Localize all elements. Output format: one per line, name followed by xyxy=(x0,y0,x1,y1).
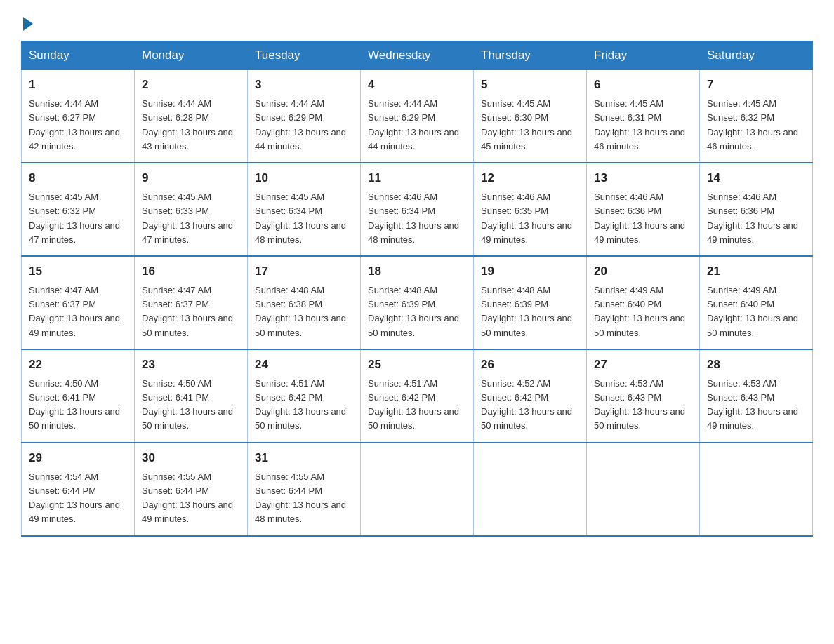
page-header xyxy=(21,14,813,28)
sunset-text: Sunset: 6:41 PM xyxy=(29,392,96,403)
calendar-cell: 8Sunrise: 4:45 AMSunset: 6:32 PMDaylight… xyxy=(22,163,135,256)
calendar-cell: 1Sunrise: 4:44 AMSunset: 6:27 PMDaylight… xyxy=(22,70,135,163)
sunrise-text: Sunrise: 4:48 AM xyxy=(368,285,437,295)
sunset-text: Sunset: 6:44 PM xyxy=(142,485,209,496)
day-number: 19 xyxy=(481,262,579,281)
sunrise-text: Sunrise: 4:53 AM xyxy=(594,378,663,389)
day-number: 12 xyxy=(481,169,579,187)
day-number: 29 xyxy=(29,449,127,467)
daylight-text: Daylight: 13 hours and 47 minutes. xyxy=(29,220,120,245)
calendar-cell: 27Sunrise: 4:53 AMSunset: 6:43 PMDayligh… xyxy=(587,349,700,443)
sunset-text: Sunset: 6:43 PM xyxy=(594,392,661,403)
day-number: 18 xyxy=(368,262,466,281)
daylight-text: Daylight: 13 hours and 50 minutes. xyxy=(142,406,233,431)
calendar-cell: 5Sunrise: 4:45 AMSunset: 6:30 PMDaylight… xyxy=(474,70,587,163)
sunrise-text: Sunrise: 4:47 AM xyxy=(142,285,211,295)
sunset-text: Sunset: 6:39 PM xyxy=(368,299,435,309)
col-header-sunday: Sunday xyxy=(22,41,135,70)
daylight-text: Daylight: 13 hours and 50 minutes. xyxy=(29,406,120,431)
daylight-text: Daylight: 13 hours and 50 minutes. xyxy=(255,313,346,337)
day-number: 17 xyxy=(255,262,353,281)
sunset-text: Sunset: 6:36 PM xyxy=(707,206,774,216)
sunrise-text: Sunrise: 4:45 AM xyxy=(594,98,663,109)
calendar-cell: 10Sunrise: 4:45 AMSunset: 6:34 PMDayligh… xyxy=(248,163,361,256)
sunrise-text: Sunrise: 4:46 AM xyxy=(368,192,437,202)
day-number: 2 xyxy=(142,76,240,94)
week-row-5: 29Sunrise: 4:54 AMSunset: 6:44 PMDayligh… xyxy=(22,443,813,536)
sunrise-text: Sunrise: 4:44 AM xyxy=(29,98,98,109)
daylight-text: Daylight: 13 hours and 47 minutes. xyxy=(142,220,233,245)
day-number: 21 xyxy=(707,262,805,281)
calendar-cell: 28Sunrise: 4:53 AMSunset: 6:43 PMDayligh… xyxy=(700,349,813,443)
calendar-cell: 17Sunrise: 4:48 AMSunset: 6:38 PMDayligh… xyxy=(248,256,361,349)
calendar-cell: 24Sunrise: 4:51 AMSunset: 6:42 PMDayligh… xyxy=(248,349,361,443)
sunset-text: Sunset: 6:38 PM xyxy=(255,299,322,309)
sunset-text: Sunset: 6:27 PM xyxy=(29,112,96,123)
day-number: 10 xyxy=(255,169,353,187)
day-number: 5 xyxy=(481,76,579,94)
day-number: 25 xyxy=(368,356,466,374)
sunset-text: Sunset: 6:29 PM xyxy=(255,112,322,123)
daylight-text: Daylight: 13 hours and 46 minutes. xyxy=(707,127,798,152)
calendar-cell: 14Sunrise: 4:46 AMSunset: 6:36 PMDayligh… xyxy=(700,163,813,256)
day-number: 28 xyxy=(707,356,805,374)
day-number: 3 xyxy=(255,76,353,94)
sunset-text: Sunset: 6:37 PM xyxy=(142,299,209,309)
day-number: 6 xyxy=(594,76,692,94)
sunset-text: Sunset: 6:33 PM xyxy=(142,206,209,216)
calendar-cell: 15Sunrise: 4:47 AMSunset: 6:37 PMDayligh… xyxy=(22,256,135,349)
day-number: 4 xyxy=(368,76,466,94)
calendar-cell: 26Sunrise: 4:52 AMSunset: 6:42 PMDayligh… xyxy=(474,349,587,443)
sunset-text: Sunset: 6:42 PM xyxy=(368,392,435,403)
sunrise-text: Sunrise: 4:48 AM xyxy=(481,285,550,295)
calendar-cell: 31Sunrise: 4:55 AMSunset: 6:44 PMDayligh… xyxy=(248,443,361,536)
sunset-text: Sunset: 6:36 PM xyxy=(594,206,661,216)
calendar-cell xyxy=(587,443,700,536)
sunrise-text: Sunrise: 4:50 AM xyxy=(29,378,98,389)
daylight-text: Daylight: 13 hours and 50 minutes. xyxy=(255,406,346,431)
sunrise-text: Sunrise: 4:45 AM xyxy=(29,192,98,202)
daylight-text: Daylight: 13 hours and 48 minutes. xyxy=(255,499,346,524)
daylight-text: Daylight: 13 hours and 46 minutes. xyxy=(594,127,685,152)
day-number: 16 xyxy=(142,262,240,281)
daylight-text: Daylight: 13 hours and 49 minutes. xyxy=(707,406,798,431)
calendar-cell: 12Sunrise: 4:46 AMSunset: 6:35 PMDayligh… xyxy=(474,163,587,256)
calendar-cell xyxy=(474,443,587,536)
day-number: 9 xyxy=(142,169,240,187)
sunrise-text: Sunrise: 4:48 AM xyxy=(255,285,324,295)
sunset-text: Sunset: 6:31 PM xyxy=(594,112,661,123)
day-number: 30 xyxy=(142,449,240,467)
daylight-text: Daylight: 13 hours and 49 minutes. xyxy=(29,313,120,337)
sunrise-text: Sunrise: 4:44 AM xyxy=(142,98,211,109)
daylight-text: Daylight: 13 hours and 49 minutes. xyxy=(707,220,798,245)
sunrise-text: Sunrise: 4:55 AM xyxy=(255,471,324,482)
day-number: 13 xyxy=(594,169,692,187)
week-row-2: 8Sunrise: 4:45 AMSunset: 6:32 PMDaylight… xyxy=(22,163,813,256)
sunrise-text: Sunrise: 4:47 AM xyxy=(29,285,98,295)
col-header-monday: Monday xyxy=(135,41,248,70)
daylight-text: Daylight: 13 hours and 50 minutes. xyxy=(368,406,459,431)
day-number: 15 xyxy=(29,262,127,281)
sunset-text: Sunset: 6:28 PM xyxy=(142,112,209,123)
daylight-text: Daylight: 13 hours and 48 minutes. xyxy=(368,220,459,245)
sunrise-text: Sunrise: 4:46 AM xyxy=(594,192,663,202)
daylight-text: Daylight: 13 hours and 50 minutes. xyxy=(142,313,233,337)
logo xyxy=(21,14,33,28)
sunrise-text: Sunrise: 4:49 AM xyxy=(707,285,776,295)
sunset-text: Sunset: 6:41 PM xyxy=(142,392,209,403)
daylight-text: Daylight: 13 hours and 50 minutes. xyxy=(594,313,685,337)
sunset-text: Sunset: 6:37 PM xyxy=(29,299,96,309)
daylight-text: Daylight: 13 hours and 49 minutes. xyxy=(481,220,572,245)
daylight-text: Daylight: 13 hours and 42 minutes. xyxy=(29,127,120,152)
daylight-text: Daylight: 13 hours and 50 minutes. xyxy=(707,313,798,337)
daylight-text: Daylight: 13 hours and 50 minutes. xyxy=(481,406,572,431)
sunset-text: Sunset: 6:43 PM xyxy=(707,392,774,403)
daylight-text: Daylight: 13 hours and 50 minutes. xyxy=(481,313,572,337)
sunrise-text: Sunrise: 4:44 AM xyxy=(255,98,324,109)
sunset-text: Sunset: 6:42 PM xyxy=(481,392,548,403)
sunset-text: Sunset: 6:39 PM xyxy=(481,299,548,309)
calendar-cell xyxy=(700,443,813,536)
col-header-friday: Friday xyxy=(587,41,700,70)
day-number: 14 xyxy=(707,169,805,187)
week-row-1: 1Sunrise: 4:44 AMSunset: 6:27 PMDaylight… xyxy=(22,70,813,163)
